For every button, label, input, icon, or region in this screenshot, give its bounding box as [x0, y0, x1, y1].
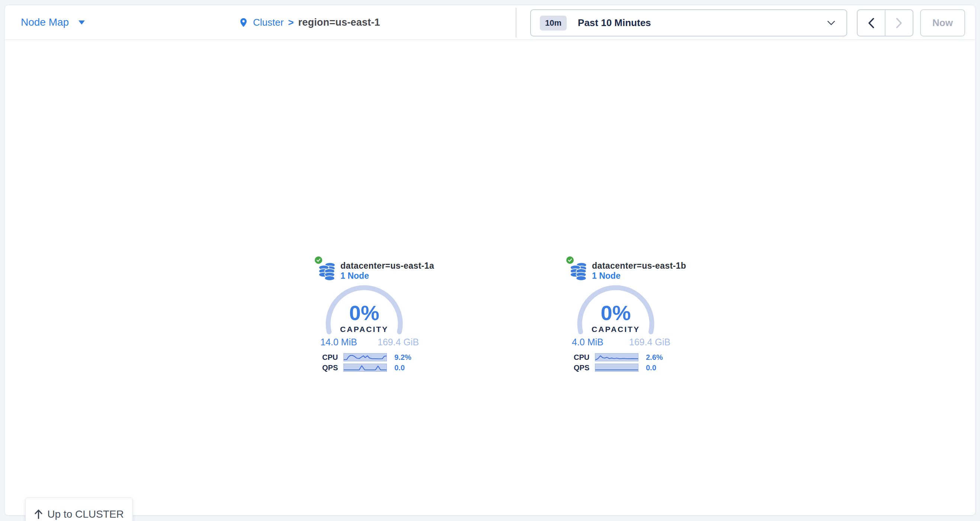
cpu-sparkline: [344, 353, 387, 361]
capacity-used: 4.0 MiB: [572, 337, 603, 347]
caret-down-icon: [78, 21, 85, 25]
breadcrumb-current: region=us-east-1: [298, 17, 380, 28]
view-selector-label: Node Map: [21, 16, 69, 28]
locality-title: datacenter=us-east-1b: [592, 261, 686, 271]
capacity-used: 14.0 MiB: [320, 337, 357, 347]
capacity-label: CAPACITY: [565, 325, 667, 334]
time-range-dropdown[interactable]: 10m Past 10 Minutes: [530, 9, 847, 37]
health-check-icon: [314, 256, 323, 264]
time-prev-button[interactable]: [858, 10, 886, 36]
time-range-label: Past 10 Minutes: [578, 17, 651, 29]
now-button[interactable]: Now: [920, 9, 965, 37]
cpu-row: CPU 9.2%: [322, 353, 434, 361]
time-range-badge: 10m: [540, 16, 566, 30]
cpu-row: CPU 2.6%: [574, 353, 685, 361]
location-pin-icon: [239, 16, 248, 29]
qps-value: 0.0: [646, 363, 656, 372]
capacity-percent: 0%: [313, 301, 415, 325]
header: Node Map Cluster > region=us-east-1 10m …: [5, 5, 975, 40]
health-check-icon: [566, 256, 574, 264]
locality-node-count: 1 Node: [592, 271, 620, 281]
locality-title: datacenter=us-east-1a: [340, 261, 434, 271]
time-next-button[interactable]: [886, 10, 913, 36]
chevron-down-icon: [827, 21, 835, 25]
map-canvas: datacenter=us-east-1a 1 Node 0% CAPACITY…: [5, 41, 975, 516]
qps-label: QPS: [322, 363, 344, 372]
node-map-panel: Node Map Cluster > region=us-east-1 10m …: [5, 5, 975, 515]
up-to-cluster-label: Up to CLUSTER: [47, 508, 124, 520]
capacity-values-row: 14.0 MiB 169.4 GiB: [320, 337, 419, 347]
qps-label: QPS: [574, 363, 595, 372]
cpu-sparkline: [595, 353, 638, 361]
breadcrumb-cluster-link[interactable]: Cluster: [253, 17, 283, 28]
arrow-up-icon: [34, 509, 43, 519]
qps-value: 0.0: [395, 363, 405, 372]
chevron-right-icon: [896, 18, 902, 28]
breadcrumb: Cluster > region=us-east-1: [239, 5, 380, 40]
view-selector-dropdown[interactable]: Node Map: [21, 5, 85, 40]
capacity-label: CAPACITY: [313, 325, 415, 334]
capacity-percent: 0%: [565, 301, 667, 325]
locality-card[interactable]: datacenter=us-east-1b 1 Node 0% CAPACITY…: [565, 255, 691, 379]
qps-row: QPS 0.0: [322, 363, 434, 372]
qps-sparkline: [595, 363, 638, 372]
cpu-label: CPU: [574, 353, 595, 362]
breadcrumb-separator: >: [288, 17, 294, 28]
cpu-value: 2.6%: [646, 353, 663, 362]
cpu-label: CPU: [322, 353, 344, 362]
qps-sparkline: [344, 363, 387, 372]
locality-node-count: 1 Node: [340, 271, 369, 281]
chevron-left-icon: [868, 18, 874, 28]
database-stack-icon: [570, 261, 588, 281]
locality-card[interactable]: datacenter=us-east-1a 1 Node 0% CAPACITY…: [313, 255, 439, 379]
cpu-value: 9.2%: [395, 353, 412, 362]
time-nav-group: [857, 9, 913, 37]
capacity-total: 169.4 GiB: [629, 337, 670, 347]
capacity-values-row: 4.0 MiB 169.4 GiB: [572, 337, 670, 347]
qps-row: QPS 0.0: [574, 363, 685, 372]
capacity-total: 169.4 GiB: [378, 337, 419, 347]
up-to-cluster-button[interactable]: Up to CLUSTER: [25, 497, 133, 521]
database-stack-icon: [318, 261, 336, 281]
header-divider: [515, 8, 516, 38]
